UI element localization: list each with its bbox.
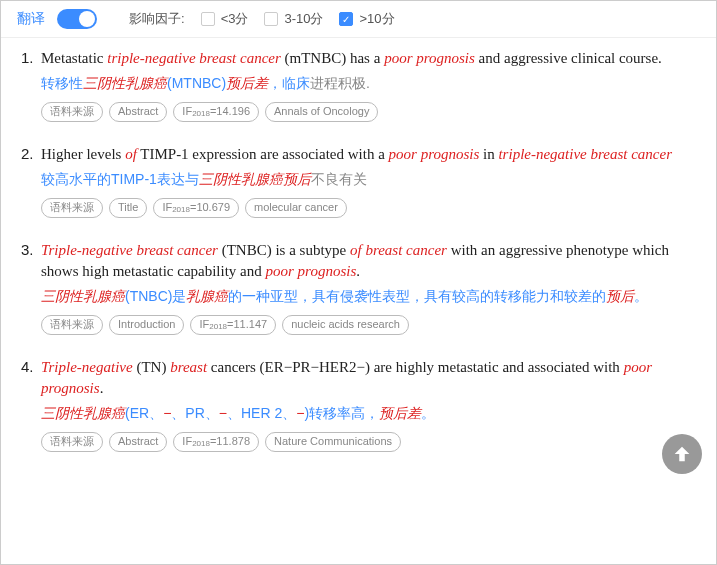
result-number: 1. [21,48,41,122]
tag-journal[interactable]: Annals of Oncology [265,102,378,122]
translation-sentence: 三阴性乳腺癌(TNBC)是乳腺癌的一种亚型，具有侵袭性表型，具有较高的转移能力和… [41,286,696,307]
filter-bar: 翻译 影响因子: <3分3-10分✓>10分 [1,1,716,38]
checkbox-box [201,12,215,26]
result-body: Higher levels of TIMP-1 expression are a… [41,144,696,218]
toggle-knob [79,11,95,27]
tag-if[interactable]: IF2018=11.147 [190,315,276,335]
result-item: 3.Triple-negative breast cancer (TNBC) i… [21,240,696,335]
filter-checkbox-2[interactable]: ✓>10分 [339,10,394,28]
result-body: Triple-negative breast cancer (TNBC) is … [41,240,696,335]
results-list: 1.Metastatic triple-negative breast canc… [1,38,716,484]
filter-checkbox-1[interactable]: 3-10分 [264,10,323,28]
result-body: Triple-negative (TN) breast cancers (ER−… [41,357,696,452]
tag-if[interactable]: IF2018=10.679 [153,198,239,218]
tag-journal[interactable]: nucleic acids research [282,315,409,335]
scroll-to-top-button[interactable] [662,434,702,474]
result-item: 1.Metastatic triple-negative breast canc… [21,48,696,122]
filter-checkbox-0[interactable]: <3分 [201,10,249,28]
tag-journal[interactable]: Nature Communications [265,432,401,452]
result-number: 2. [21,144,41,218]
tag-journal[interactable]: molecular cancer [245,198,347,218]
checkbox-box: ✓ [339,12,353,26]
checkbox-label: <3分 [221,10,249,28]
tag-section[interactable]: Abstract [109,102,167,122]
checkbox-label: >10分 [359,10,394,28]
tag-source[interactable]: 语料来源 [41,315,103,335]
tag-if[interactable]: IF2018=11.878 [173,432,259,452]
english-sentence: Metastatic triple-negative breast cancer… [41,48,696,69]
tag-row: 语料来源IntroductionIF2018=11.147nucleic aci… [41,315,696,335]
english-sentence: Triple-negative (TN) breast cancers (ER−… [41,357,696,399]
result-item: 4.Triple-negative (TN) breast cancers (E… [21,357,696,452]
checkbox-box [264,12,278,26]
result-number: 4. [21,357,41,452]
result-item: 2.Higher levels of TIMP-1 expression are… [21,144,696,218]
translate-toggle[interactable] [57,9,97,29]
english-sentence: Higher levels of TIMP-1 expression are a… [41,144,696,165]
tag-section[interactable]: Abstract [109,432,167,452]
checkbox-label: 3-10分 [284,10,323,28]
result-number: 3. [21,240,41,335]
translation-sentence: 三阴性乳腺癌(ER、−、PR、−、HER 2、−)转移率高，预后差。 [41,403,696,424]
tag-row: 语料来源TitleIF2018=10.679molecular cancer [41,198,696,218]
tag-row: 语料来源AbstractIF2018=14.196Annals of Oncol… [41,102,696,122]
tag-source[interactable]: 语料来源 [41,102,103,122]
translate-label: 翻译 [17,10,45,28]
tag-row: 语料来源AbstractIF2018=11.878Nature Communic… [41,432,696,452]
english-sentence: Triple-negative breast cancer (TNBC) is … [41,240,696,282]
arrow-up-icon [671,443,693,465]
tag-source[interactable]: 语料来源 [41,198,103,218]
translation-sentence: 转移性三阴性乳腺癌(MTNBC)预后差，临床进程积极. [41,73,696,94]
tag-if[interactable]: IF2018=14.196 [173,102,259,122]
tag-source[interactable]: 语料来源 [41,432,103,452]
tag-section[interactable]: Title [109,198,147,218]
result-body: Metastatic triple-negative breast cancer… [41,48,696,122]
impact-factor-label: 影响因子: [129,10,185,28]
tag-section[interactable]: Introduction [109,315,184,335]
translation-sentence: 较高水平的TIMP-1表达与三阴性乳腺癌预后不良有关 [41,169,696,190]
